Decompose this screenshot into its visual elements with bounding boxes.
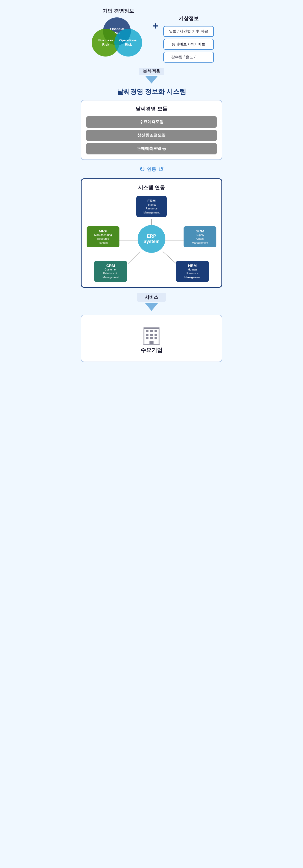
frm-node: FRM Finance Resource Management xyxy=(137,196,166,217)
system-title: 시스템 연동 xyxy=(87,184,216,191)
right-title: 기상정보 xyxy=(163,15,214,22)
left-title: 기업 경영정보 xyxy=(102,7,134,14)
erp-center-node: ERP System xyxy=(138,225,165,253)
company-box: 수요기업 xyxy=(81,315,222,362)
analysis-arrow-section: 분석·적용 xyxy=(81,68,222,84)
analysis-label: 분석·적용 xyxy=(139,68,164,75)
module-box: 날씨경영 모듈 수요예측모델 생산량조절모델 판매예측모델 등 xyxy=(81,100,222,160)
svg-rect-16 xyxy=(150,337,153,339)
svg-rect-10 xyxy=(150,330,153,332)
svg-rect-9 xyxy=(146,330,149,332)
svg-rect-8 xyxy=(144,328,159,329)
svg-rect-17 xyxy=(154,337,157,339)
scm-node: SCM Supply Chain Management xyxy=(184,226,216,247)
service-section: 서비스 xyxy=(81,293,222,311)
link-section: ↻ 연동 ↺ xyxy=(81,165,222,173)
info-box-1: 일별 / 시간별 기후 자료 xyxy=(163,26,214,37)
operational-risk-circle: Operational Risk xyxy=(114,29,142,57)
mrp-node: MRP Manufacturing Resource Planning xyxy=(87,226,119,247)
svg-rect-14 xyxy=(154,334,157,336)
crm-node: CRM Customer Relationship Management xyxy=(94,261,127,282)
erp-diagram: FRM Finance Resource Management MRP Manu… xyxy=(87,196,216,282)
info-box-3: 강수량 / 온도 / ......... xyxy=(163,52,214,63)
left-part: 기업 경영정보 Financial Risk Business Risk Ope… xyxy=(89,7,147,58)
system-box: 시스템 연동 FRM Finance Resource Man xyxy=(81,178,222,288)
venn-diagram: Financial Risk Business Risk Operational… xyxy=(89,18,147,58)
svg-line-5 xyxy=(128,251,140,264)
building-icon xyxy=(86,323,217,346)
svg-rect-11 xyxy=(154,330,157,332)
module-item-2: 생산량조절모델 xyxy=(86,130,217,141)
plus-symbol: + xyxy=(152,7,158,32)
svg-rect-12 xyxy=(146,334,149,336)
service-label: 서비스 xyxy=(137,293,166,302)
module-item-1: 수요예측모델 xyxy=(86,116,217,128)
company-label: 수요기업 xyxy=(86,346,217,354)
link-label: 연동 xyxy=(147,166,156,172)
top-section: 기업 경영정보 Financial Risk Business Risk Ope… xyxy=(81,7,222,63)
right-part: 기상정보 일별 / 시간별 기후 자료 동네예보 / 중기예보 강수량 / 온도… xyxy=(163,7,214,63)
arrow-down-1 xyxy=(145,76,158,84)
svg-rect-13 xyxy=(150,334,153,336)
link-arrow-right: ↺ xyxy=(158,165,164,173)
info-box-2: 동네예보 / 중기예보 xyxy=(163,39,214,50)
module-title: 날씨경영 모듈 xyxy=(86,105,217,112)
svg-line-6 xyxy=(162,251,176,264)
svg-rect-15 xyxy=(146,337,149,339)
arrow-down-2 xyxy=(145,303,158,311)
svg-rect-18 xyxy=(150,341,153,344)
module-item-3: 판매예측모델 등 xyxy=(86,143,217,154)
main-system-title: 날씨경영 정보화 시스템 xyxy=(81,87,222,96)
hrm-node: HRM Human Resource Management xyxy=(176,261,209,282)
link-arrow-left: ↻ xyxy=(139,165,145,173)
